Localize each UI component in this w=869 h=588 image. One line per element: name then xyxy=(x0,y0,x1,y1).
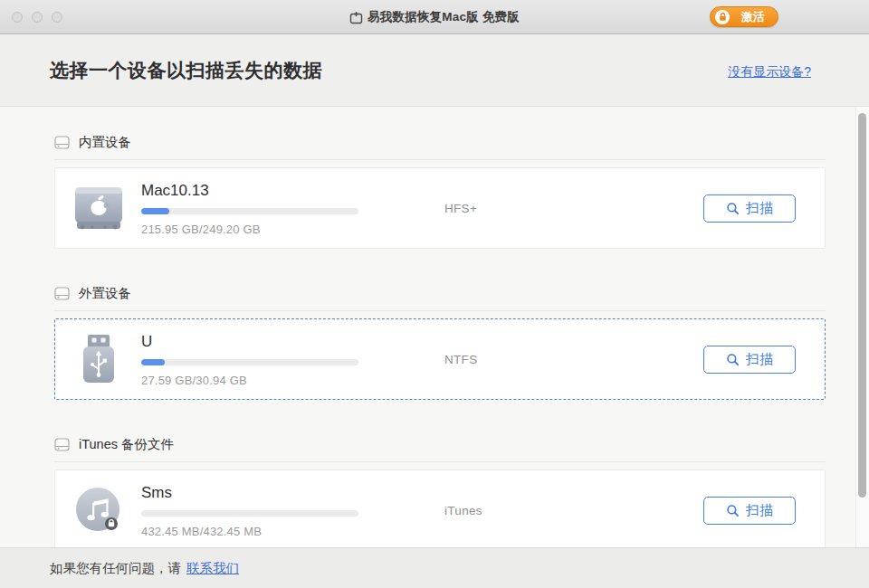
apple-hdd-icon xyxy=(55,184,141,232)
device-capacity: 215.95 GB/249.20 GB xyxy=(141,223,358,236)
lock-icon xyxy=(715,10,730,24)
section-header: 外置设备 xyxy=(54,285,826,311)
scan-button[interactable]: 扫描 xyxy=(703,194,796,223)
device-name: Sms xyxy=(141,484,358,502)
drive-icon xyxy=(54,438,70,451)
itunes-backup-icon xyxy=(55,485,141,536)
scrollbar-thumb[interactable] xyxy=(858,113,866,498)
section-header: 内置设备 xyxy=(54,134,826,160)
activate-label: 激活 xyxy=(741,9,765,25)
scan-button-label: 扫描 xyxy=(746,200,773,217)
section-internal-devices: 内置设备 xyxy=(54,134,826,249)
section-itunes-backups: iTunes 备份文件 xyxy=(54,436,826,547)
search-icon xyxy=(726,504,740,517)
scrollbar-track[interactable] xyxy=(855,107,869,547)
scan-button-label: 扫描 xyxy=(746,351,773,368)
scan-button[interactable]: 扫描 xyxy=(703,497,796,525)
device-info: Mac10.13 215.95 GB/249.20 GB xyxy=(141,180,358,236)
contact-us-link[interactable]: 联系我们 xyxy=(186,560,239,577)
device-row-usb[interactable]: U 27.59 GB/30.94 GB NTFS 扫描 xyxy=(54,318,826,400)
device-list: 内置设备 xyxy=(0,107,869,547)
section-header: iTunes 备份文件 xyxy=(54,436,826,462)
section-label: 外置设备 xyxy=(79,285,131,302)
app-proxy-icon xyxy=(349,11,363,24)
section-external-devices: 外置设备 xyxy=(54,285,826,400)
drive-icon xyxy=(54,287,70,300)
search-icon xyxy=(726,353,740,366)
filesystem-label: iTunes xyxy=(444,504,580,517)
page-title: 选择一个设备以扫描丢失的数据 xyxy=(50,58,322,83)
footer-text: 如果您有任何问题，请 xyxy=(50,560,181,577)
device-row-itunes[interactable]: Sms 432.45 MB/432.45 MB iTunes 扫描 xyxy=(54,469,826,547)
filesystem-label: NTFS xyxy=(444,353,580,366)
device-row-mac[interactable]: Mac10.13 215.95 GB/249.20 GB HFS+ 扫描 xyxy=(54,167,826,249)
search-icon xyxy=(726,202,740,215)
device-info: Sms 432.45 MB/432.45 MB xyxy=(141,482,358,538)
filesystem-label: HFS+ xyxy=(444,202,580,215)
page-header: 选择一个设备以扫描丢失的数据 没有显示设备? xyxy=(0,34,869,107)
section-label: iTunes 备份文件 xyxy=(79,436,174,453)
scan-button[interactable]: 扫描 xyxy=(703,346,796,374)
footer: 如果您有任何问题，请 联系我们 xyxy=(0,547,869,588)
capacity-progress-bar xyxy=(141,208,358,214)
activate-button[interactable]: 激活 xyxy=(710,6,778,27)
usb-drive-icon xyxy=(55,333,141,385)
capacity-progress-fill xyxy=(141,208,169,214)
titlebar: 易我数据恢复Mac版 免费版 激活 xyxy=(0,0,869,34)
capacity-progress-bar xyxy=(141,359,358,365)
capacity-progress-fill xyxy=(141,359,165,365)
section-label: 内置设备 xyxy=(79,134,131,151)
no-device-help-link[interactable]: 没有显示设备? xyxy=(728,64,811,81)
device-name: U xyxy=(141,333,358,351)
capacity-progress-bar xyxy=(141,510,358,517)
window-title-text: 易我数据恢复Mac版 免费版 xyxy=(368,9,520,25)
device-info: U 27.59 GB/30.94 GB xyxy=(141,331,358,387)
device-capacity: 27.59 GB/30.94 GB xyxy=(141,374,358,387)
scan-button-label: 扫描 xyxy=(746,502,773,519)
drive-icon xyxy=(54,136,70,149)
device-name: Mac10.13 xyxy=(141,182,358,200)
device-capacity: 432.45 MB/432.45 MB xyxy=(141,525,358,538)
